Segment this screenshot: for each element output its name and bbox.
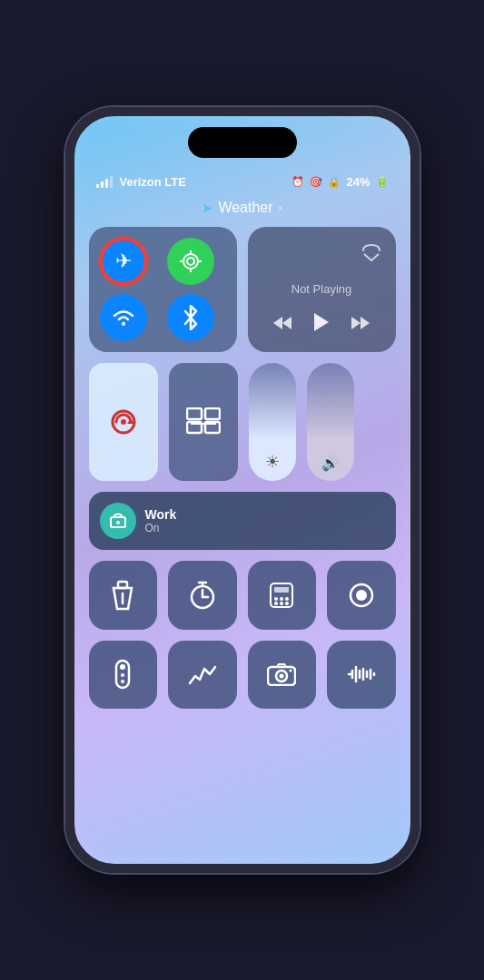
svg-rect-30 bbox=[274, 587, 289, 593]
remote-icon bbox=[114, 659, 131, 690]
svg-point-46 bbox=[290, 670, 292, 672]
control-center: ✈ bbox=[89, 227, 396, 837]
wifi-button[interactable] bbox=[100, 294, 147, 341]
media-player-block: Not Playing bbox=[248, 227, 396, 352]
svg-point-1 bbox=[187, 258, 194, 265]
svg-marker-9 bbox=[314, 313, 329, 331]
phone-frame: Verizon LTE ⏰ 🎯 🔒 24% 🔋 ➤ Weather › ✈ bbox=[65, 107, 420, 873]
brightness-icon: ☀ bbox=[249, 452, 296, 472]
media-top bbox=[262, 241, 381, 266]
work-focus-button[interactable]: Work On bbox=[89, 492, 396, 550]
svg-marker-10 bbox=[361, 317, 370, 329]
sliders-container: ☀ 🔊 bbox=[249, 363, 396, 481]
not-playing-label: Not Playing bbox=[262, 282, 381, 296]
icon-row-2 bbox=[89, 641, 396, 710]
flashlight-icon bbox=[110, 580, 135, 611]
status-left: Verizon LTE bbox=[96, 175, 186, 189]
svg-point-40 bbox=[120, 664, 125, 670]
cellular-icon bbox=[178, 249, 203, 274]
alarm-icon: ⏰ bbox=[291, 176, 304, 188]
remote-button[interactable] bbox=[89, 641, 158, 710]
sound-recognition-button[interactable] bbox=[327, 641, 396, 710]
camera-button[interactable] bbox=[248, 641, 317, 710]
camera-icon bbox=[267, 662, 296, 686]
svg-point-21 bbox=[116, 521, 120, 524]
svg-point-36 bbox=[285, 602, 289, 605]
calculator-icon bbox=[269, 582, 294, 609]
screen-record-button[interactable] bbox=[327, 561, 396, 630]
stock-chart-button[interactable] bbox=[168, 641, 237, 710]
svg-point-33 bbox=[285, 597, 289, 601]
connectivity-block: ✈ bbox=[89, 227, 237, 352]
status-right: ⏰ 🎯 🔒 24% 🔋 bbox=[291, 175, 388, 189]
timer-icon bbox=[189, 581, 216, 610]
svg-point-34 bbox=[274, 602, 278, 605]
work-subtitle: On bbox=[145, 522, 177, 534]
signal-bar-2 bbox=[101, 181, 104, 188]
bluetooth-icon bbox=[182, 305, 200, 330]
airplane-mode-button[interactable]: ✈ bbox=[100, 238, 147, 285]
svg-point-0 bbox=[183, 254, 198, 269]
calculator-button[interactable] bbox=[248, 561, 317, 630]
svg-point-35 bbox=[280, 602, 283, 605]
sound-recognition-icon bbox=[347, 663, 376, 685]
location-icon: ➤ bbox=[202, 201, 212, 215]
svg-marker-8 bbox=[282, 317, 291, 329]
svg-point-32 bbox=[280, 597, 283, 601]
brightness-slider[interactable]: ☀ bbox=[249, 363, 296, 481]
top-row: ✈ bbox=[89, 227, 396, 352]
work-icon-circle bbox=[100, 503, 136, 539]
timer-button[interactable] bbox=[168, 561, 237, 630]
svg-marker-11 bbox=[351, 317, 361, 329]
weather-bar[interactable]: ➤ Weather › bbox=[202, 200, 282, 216]
work-text-block: Work On bbox=[145, 507, 177, 534]
rewind-button[interactable] bbox=[272, 315, 293, 336]
status-bar: Verizon LTE ⏰ 🎯 🔒 24% 🔋 bbox=[74, 169, 410, 194]
lock-icon-status: 🔒 bbox=[328, 176, 341, 188]
svg-point-38 bbox=[356, 590, 367, 601]
wifi-icon bbox=[111, 307, 136, 328]
battery-icon: 🔋 bbox=[376, 176, 389, 188]
play-button[interactable] bbox=[312, 312, 331, 338]
svg-rect-16 bbox=[205, 408, 220, 419]
signal-bars bbox=[96, 175, 113, 188]
svg-point-14 bbox=[121, 419, 126, 425]
screen-mirror-button[interactable] bbox=[169, 363, 238, 481]
work-title: Work bbox=[145, 507, 177, 522]
svg-point-41 bbox=[121, 673, 124, 677]
cellular-button[interactable] bbox=[167, 238, 214, 285]
weather-label: Weather bbox=[218, 200, 272, 216]
forward-button[interactable] bbox=[350, 315, 371, 336]
svg-marker-7 bbox=[273, 317, 282, 329]
media-controls bbox=[262, 312, 381, 338]
carrier-label: Verizon LTE bbox=[120, 175, 186, 189]
volume-icon: 🔊 bbox=[307, 455, 354, 472]
signal-bar-1 bbox=[96, 184, 99, 188]
battery-percent: 24% bbox=[346, 175, 370, 189]
signal-bar-3 bbox=[105, 179, 108, 188]
screen-lock-button[interactable] bbox=[89, 363, 158, 481]
dynamic-island bbox=[188, 127, 297, 158]
signal-bar-4 bbox=[110, 176, 113, 188]
svg-rect-15 bbox=[187, 408, 202, 419]
focus-status-icon: 🎯 bbox=[310, 176, 322, 188]
weather-chevron-icon: › bbox=[279, 201, 282, 214]
flashlight-button[interactable] bbox=[89, 561, 158, 630]
focus-row: Work On bbox=[89, 492, 396, 550]
stock-chart-icon bbox=[188, 662, 217, 687]
svg-point-31 bbox=[274, 597, 278, 601]
svg-point-6 bbox=[122, 322, 125, 326]
airplane-icon: ✈ bbox=[115, 250, 132, 273]
second-row: ☀ 🔊 bbox=[89, 363, 396, 481]
volume-slider[interactable]: 🔊 bbox=[307, 363, 354, 481]
screen-record-icon bbox=[348, 582, 375, 609]
icon-row-1 bbox=[89, 561, 396, 630]
airplay-icon[interactable] bbox=[361, 241, 381, 266]
screen-mirror-icon bbox=[186, 407, 221, 436]
orientation-lock-icon bbox=[105, 404, 142, 440]
bluetooth-button[interactable] bbox=[167, 294, 214, 341]
work-icon bbox=[107, 510, 129, 532]
svg-point-45 bbox=[280, 674, 284, 679]
svg-point-42 bbox=[121, 680, 124, 683]
